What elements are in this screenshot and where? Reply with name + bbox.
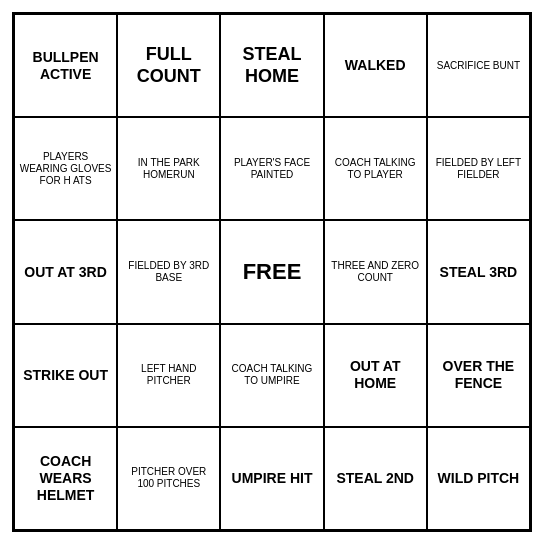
bingo-cell-17[interactable]: COACH TALKING TO UMPIRE: [220, 324, 323, 427]
bingo-cell-3[interactable]: WALKED: [324, 14, 427, 117]
bingo-cell-11[interactable]: FIELDED BY 3RD BASE: [117, 220, 220, 323]
bingo-cell-23[interactable]: STEAL 2ND: [324, 427, 427, 530]
bingo-cell-5[interactable]: PLAYERS WEARING GLOVES FOR H ATS: [14, 117, 117, 220]
bingo-cell-6[interactable]: IN THE PARK HOMERUN: [117, 117, 220, 220]
bingo-cell-22[interactable]: UMPIRE HIT: [220, 427, 323, 530]
bingo-cell-14[interactable]: STEAL 3RD: [427, 220, 530, 323]
bingo-cell-9[interactable]: FIELDED BY LEFT FIELDER: [427, 117, 530, 220]
bingo-cell-20[interactable]: COACH WEARS HELMET: [14, 427, 117, 530]
bingo-cell-1[interactable]: FULL COUNT: [117, 14, 220, 117]
bingo-cell-7[interactable]: PLAYER'S FACE PAINTED: [220, 117, 323, 220]
bingo-cell-13[interactable]: THREE AND ZERO COUNT: [324, 220, 427, 323]
bingo-cell-2[interactable]: STEAL HOME: [220, 14, 323, 117]
bingo-cell-21[interactable]: PITCHER OVER 100 PITCHES: [117, 427, 220, 530]
bingo-cell-12[interactable]: FREE: [220, 220, 323, 323]
bingo-board: BULLPEN ACTIVEFULL COUNTSTEAL HOMEWALKED…: [12, 12, 532, 532]
bingo-cell-15[interactable]: STRIKE OUT: [14, 324, 117, 427]
bingo-cell-0[interactable]: BULLPEN ACTIVE: [14, 14, 117, 117]
bingo-cell-10[interactable]: OUT AT 3RD: [14, 220, 117, 323]
bingo-cell-24[interactable]: WILD PITCH: [427, 427, 530, 530]
bingo-cell-16[interactable]: LEFT HAND PITCHER: [117, 324, 220, 427]
bingo-cell-19[interactable]: OVER THE FENCE: [427, 324, 530, 427]
bingo-cell-8[interactable]: COACH TALKING TO PLAYER: [324, 117, 427, 220]
bingo-cell-4[interactable]: SACRIFICE BUNT: [427, 14, 530, 117]
bingo-cell-18[interactable]: OUT AT HOME: [324, 324, 427, 427]
